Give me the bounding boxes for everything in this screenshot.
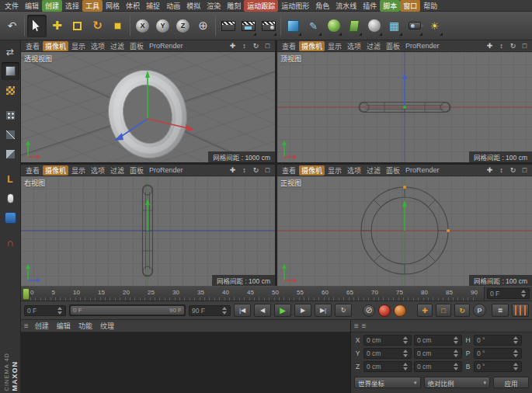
- size-y-field[interactable]: 0 cm: [414, 348, 462, 359]
- vp-menu-view[interactable]: 查看: [23, 165, 42, 176]
- vp-menu-display[interactable]: 显示: [69, 165, 88, 176]
- light-button[interactable]: ☀: [425, 15, 444, 37]
- goto-start-button[interactable]: |◀: [234, 304, 251, 317]
- preview-range-bar[interactable]: 0 F 90 F: [71, 306, 184, 315]
- vp-menu-options[interactable]: 选项: [345, 41, 363, 51]
- rotation-p-field[interactable]: 0 °: [474, 348, 522, 359]
- viewport-solo-button[interactable]: [2, 190, 19, 207]
- menu-mograph[interactable]: 运动图形: [278, 0, 312, 12]
- current-frame-field[interactable]: 0 F: [24, 305, 66, 316]
- live-selection-tool[interactable]: [27, 15, 47, 37]
- goto-end-button[interactable]: ▶|: [315, 304, 332, 317]
- viewport-top-canvas[interactable]: 顶视图 网格间距 : 100 cm: [277, 52, 532, 162]
- stepper-icon[interactable]: [222, 307, 228, 315]
- vp-menu-camera[interactable]: 摄像机: [43, 165, 68, 176]
- frame-counter-field[interactable]: 0 F: [487, 288, 530, 299]
- vp-menu-filter[interactable]: 过滤: [364, 165, 383, 176]
- stepper-icon[interactable]: [521, 290, 527, 297]
- lock-x-button[interactable]: X: [133, 15, 152, 37]
- undo-button[interactable]: ↶: [2, 15, 22, 37]
- menu-sculpt[interactable]: 雕刻: [224, 0, 244, 12]
- deformer-button[interactable]: [344, 15, 363, 37]
- vp-menu-filter[interactable]: 过滤: [364, 41, 383, 51]
- zoom-view-icon[interactable]: ↕: [239, 41, 249, 51]
- preview-range-slider[interactable]: 0 F 90 F: [69, 304, 186, 316]
- edges-mode-button[interactable]: [2, 126, 19, 144]
- rotation-b-field[interactable]: 0 °: [474, 361, 522, 372]
- menu-help[interactable]: 帮助: [420, 0, 440, 12]
- make-editable-button[interactable]: ⇄: [2, 43, 19, 61]
- material-list-area[interactable]: [21, 332, 350, 393]
- viewport-right-canvas[interactable]: 右视图 网格间距 : 100 cm: [21, 176, 275, 286]
- stepper-icon[interactable]: [454, 336, 459, 344]
- menu-snap[interactable]: 捕捉: [143, 0, 163, 12]
- vp-menu-options[interactable]: 选项: [345, 165, 363, 176]
- vp-menu-prorender[interactable]: ProRender: [403, 42, 442, 50]
- vp-menu-filter[interactable]: 过滤: [108, 41, 127, 51]
- coordinate-system-select[interactable]: 世界坐标 ▾: [354, 377, 421, 388]
- render-view-button[interactable]: [218, 15, 238, 37]
- vp-menu-camera[interactable]: 摄像机: [299, 165, 325, 176]
- toggle-view-icon[interactable]: □: [263, 165, 273, 176]
- points-mode-button[interactable]: [2, 106, 19, 124]
- toggle-view-icon[interactable]: □: [263, 41, 273, 51]
- autokey-button[interactable]: [378, 304, 391, 317]
- zoom-view-icon[interactable]: ↕: [496, 165, 506, 176]
- stepper-icon[interactable]: [513, 350, 519, 357]
- viewport-perspective-canvas[interactable]: 透视视图 网格间距 : 1000 cm: [21, 52, 275, 162]
- timeline-options-button[interactable]: [512, 304, 529, 317]
- zoom-view-icon[interactable]: ↕: [239, 165, 249, 176]
- camera-button[interactable]: [405, 15, 424, 37]
- stepper-icon[interactable]: [454, 363, 459, 370]
- menu-pipeline[interactable]: 流水线: [332, 0, 360, 12]
- keyframe-selection-button[interactable]: [394, 304, 406, 317]
- environment-button[interactable]: [364, 15, 384, 37]
- timeline-filter-button[interactable]: ≣: [492, 304, 509, 317]
- pan-view-icon[interactable]: ✚: [228, 41, 238, 51]
- toggle-view-icon[interactable]: □: [520, 165, 530, 176]
- render-settings-button[interactable]: [259, 15, 278, 37]
- menu-character[interactable]: 角色: [312, 0, 332, 12]
- menu-select[interactable]: 选择: [62, 0, 82, 12]
- menu-create[interactable]: 创建: [42, 0, 62, 12]
- next-frame-button[interactable]: ▶: [294, 304, 311, 317]
- mat-menu-texture[interactable]: 纹理: [97, 321, 117, 331]
- rotation-h-field[interactable]: 0 °: [474, 335, 522, 346]
- vp-menu-panel[interactable]: 面板: [384, 41, 402, 51]
- subdivision-surface-button[interactable]: [324, 15, 343, 37]
- key-position-toggle[interactable]: ✚: [417, 304, 433, 317]
- vp-menu-camera[interactable]: 摄像机: [299, 41, 325, 51]
- vp-menu-panel[interactable]: 面板: [127, 41, 146, 51]
- position-z-field[interactable]: 0 cm: [363, 361, 412, 372]
- mat-menu-edit[interactable]: 编辑: [54, 321, 74, 331]
- scale-tool[interactable]: [68, 15, 87, 37]
- mograph-array-button[interactable]: ▦: [384, 15, 404, 37]
- vp-menu-options[interactable]: 选项: [89, 165, 107, 176]
- menu-mesh[interactable]: 网格: [103, 0, 123, 12]
- rotate-view-icon[interactable]: ↻: [508, 165, 518, 176]
- add-cube-primitive-button[interactable]: [283, 15, 303, 37]
- position-y-field[interactable]: 0 cm: [363, 348, 412, 359]
- menu-motion-tracker[interactable]: 运动跟踪: [244, 0, 278, 12]
- vp-menu-panel[interactable]: 面板: [384, 165, 402, 176]
- size-z-field[interactable]: 0 cm: [414, 361, 462, 372]
- stepper-icon[interactable]: [403, 350, 409, 357]
- menu-tools[interactable]: 工具: [82, 0, 103, 12]
- size-x-field[interactable]: 0 cm: [414, 335, 462, 346]
- rotate-view-icon[interactable]: ↻: [251, 165, 261, 176]
- menu-script[interactable]: 脚本: [380, 0, 400, 12]
- lock-y-button[interactable]: Y: [153, 15, 172, 37]
- move-tool[interactable]: ✚: [47, 15, 67, 37]
- position-x-field[interactable]: 0 cm: [363, 335, 412, 346]
- menu-edit[interactable]: 编辑: [22, 0, 42, 12]
- zoom-view-icon[interactable]: ↕: [496, 41, 506, 51]
- stepper-icon[interactable]: [403, 336, 409, 344]
- vp-menu-view[interactable]: 查看: [280, 165, 298, 176]
- stepper-icon[interactable]: [513, 336, 519, 344]
- previous-frame-button[interactable]: ◀: [254, 304, 271, 317]
- timeline-ruler[interactable]: 0 5 10 15 20 25 30 35 40 45 50 55 60 65 …: [21, 286, 532, 301]
- end-frame-field[interactable]: 90 F: [189, 305, 231, 316]
- vp-menu-display[interactable]: 显示: [325, 41, 344, 51]
- vp-menu-prorender[interactable]: ProRender: [147, 166, 186, 174]
- key-rotation-toggle[interactable]: ↻: [454, 304, 470, 317]
